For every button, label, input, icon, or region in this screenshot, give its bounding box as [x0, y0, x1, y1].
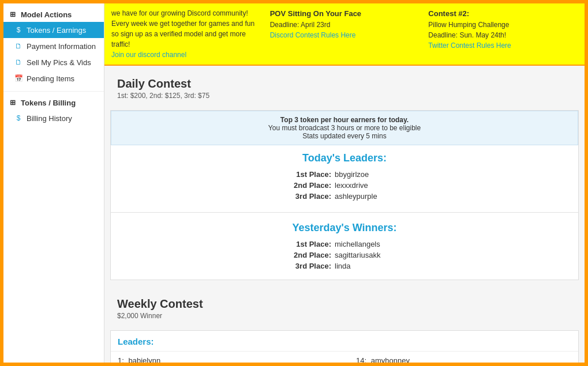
weekly-col-2: 14: amyhonney — [356, 356, 571, 363]
yesterday-3rd-row: 3rd Place: linda — [118, 262, 571, 270]
sidebar-item-billing-history[interactable]: $ Billing History — [3, 110, 104, 126]
sidebar-section-model-actions[interactable]: ⊞ Model Actions — [3, 6, 104, 22]
today-2nd-row: 2nd Place: lexxxdrive — [118, 181, 571, 190]
weekly-leaders-table: 1: babielynn 14: amyhonney — [111, 352, 578, 363]
section-divider — [111, 212, 578, 213]
weekly-contest-section: Leaders: 1: babielynn 14: amyhonney — [110, 330, 579, 363]
camera-icon: 🗋 — [14, 58, 23, 67]
info-line3: Stats updated every 5 mins — [116, 132, 573, 140]
banner-col1-text: we have for our growing Discord communit… — [111, 9, 254, 48]
todays-leaders: Today's Leaders: 1st Place: bbygirlzoe 2… — [111, 145, 578, 210]
weekly-contest-title: Weekly Contest — [110, 292, 579, 312]
weekly-row-1: 1: babielynn — [118, 356, 333, 363]
calendar-icon: 📅 — [14, 74, 23, 83]
yesterday-3rd-label: 3rd Place: — [279, 262, 331, 270]
todays-leaders-title: Today's Leaders: — [118, 152, 571, 164]
yesterday-1st-label: 1st Place: — [279, 240, 331, 248]
weekly-col-1: 1: babielynn — [118, 356, 333, 363]
weekly-name-14: amyhonney — [371, 356, 410, 363]
weekly-rank-14: 14: — [356, 356, 366, 363]
today-2nd-label: 2nd Place: — [279, 181, 331, 190]
banner-col3-subtitle: Pillow Humping Challenge — [428, 20, 578, 30]
document-icon: 🗋 — [14, 41, 23, 51]
sidebar-section2-label: Tokens / Billing — [21, 99, 76, 107]
daily-contest-header-area: Daily Contest 1st: $200, 2nd: $125, 3rd:… — [104, 66, 585, 104]
sidebar-item-label: Sell My Pics & Vids — [27, 58, 91, 67]
today-1st-label: 1st Place: — [279, 170, 331, 179]
sidebar-item-label: Payment Information — [27, 42, 96, 51]
grid-icon: ⊞ — [8, 10, 17, 19]
yesterday-1st-row: 1st Place: michellangels — [118, 240, 571, 248]
main-content: we have for our growing Discord communit… — [104, 3, 585, 363]
grid-icon-2: ⊞ — [8, 98, 17, 107]
today-3rd-row: 3rd Place: ashleypurple — [118, 192, 571, 201]
today-2nd-name: lexxxdrive — [335, 181, 410, 190]
daily-contest-title: Daily Contest — [110, 71, 579, 92]
info-line1: Top 3 token per hour earners for today. — [116, 116, 573, 124]
sidebar-section-label: Model Actions — [21, 10, 72, 19]
sidebar-item-label: Billing History — [27, 114, 72, 123]
info-line2: You must broadcast 3 hours or more to be… — [116, 124, 573, 132]
weekly-leaders-title: Leaders: — [111, 331, 578, 352]
yesterdays-winners-title: Yesterday's Winners: — [118, 222, 571, 234]
today-3rd-label: 3rd Place: — [279, 192, 331, 201]
banner-col-1: we have for our growing Discord communit… — [111, 8, 261, 60]
sidebar-item-label: Tokens / Earnings — [27, 26, 86, 35]
weekly-contest-subtitle: $2,000 Winner — [110, 312, 579, 325]
sidebar-section-billing-header[interactable]: ⊞ Tokens / Billing — [3, 94, 104, 110]
sidebar: ⊞ Model Actions $ Tokens / Earnings 🗋 Pa… — [3, 3, 104, 363]
today-3rd-name: ashleypurple — [335, 192, 410, 201]
discord-link[interactable]: Join our discord channel — [111, 51, 186, 59]
yesterday-2nd-name: sagittariusakk — [335, 251, 410, 259]
yesterday-1st-name: michellangels — [335, 240, 410, 248]
sidebar-item-payment-information[interactable]: 🗋 Payment Information — [3, 38, 104, 54]
banner-col3-deadline: Deadline: Sun. May 24th! — [428, 30, 578, 40]
weekly-rank-1: 1: — [118, 356, 124, 363]
yesterday-3rd-name: linda — [335, 262, 410, 270]
dollar-icon: $ — [14, 25, 23, 35]
banner-col2-title: POV Sitting On Your Face — [270, 8, 420, 20]
discord-contest-link[interactable]: Discord Contest Rules Here — [270, 31, 356, 39]
yesterday-2nd-label: 2nd Place: — [279, 251, 331, 259]
weekly-contest-header-area: Weekly Contest $2,000 Winner — [104, 286, 585, 325]
sidebar-item-pending-items[interactable]: 📅 Pending Items — [3, 70, 104, 86]
yesterday-2nd-row: 2nd Place: sagittariusakk — [118, 251, 571, 259]
sidebar-item-sell-pics-vids[interactable]: 🗋 Sell My Pics & Vids — [3, 54, 104, 70]
daily-contest-section: Top 3 token per hour earners for today. … — [110, 110, 579, 280]
sidebar-section-tokens-billing: ⊞ Tokens / Billing $ Billing History — [3, 91, 104, 126]
banner-col3-title: Contest #2: — [428, 8, 578, 20]
info-bar: Top 3 token per hour earners for today. … — [111, 111, 578, 145]
banner-col2-deadline: Deadline: April 23rd — [270, 20, 420, 30]
weekly-row-14: 14: amyhonney — [356, 356, 571, 363]
sidebar-item-tokens-earnings[interactable]: $ Tokens / Earnings — [3, 22, 104, 38]
banner-col-2: POV Sitting On Your Face Deadline: April… — [270, 8, 420, 60]
banner-col-3: Contest #2: Pillow Humping Challenge Dea… — [428, 8, 578, 60]
twitter-contest-link[interactable]: Twitter Contest Rules Here — [428, 41, 511, 50]
today-1st-name: bbygirlzoe — [335, 170, 410, 179]
daily-contest-subtitle: 1st: $200, 2nd: $125, 3rd: $75 — [110, 92, 579, 104]
yesterdays-winners: Yesterday's Winners: 1st Place: michella… — [111, 215, 578, 280]
today-1st-row: 1st Place: bbygirlzoe — [118, 170, 571, 179]
sidebar-item-label: Pending Items — [27, 74, 74, 83]
yellow-banner: we have for our growing Discord communit… — [104, 3, 585, 66]
dollar-icon-2: $ — [14, 114, 23, 123]
weekly-name-1: babielynn — [128, 356, 160, 363]
